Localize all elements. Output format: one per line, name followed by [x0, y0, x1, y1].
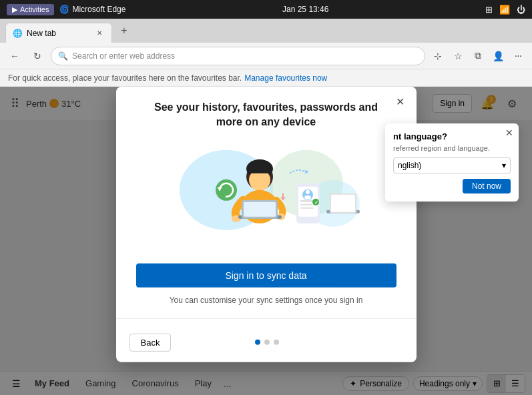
title-bar: ▶ Activities 🌀 Microsoft Edge Jan 25 13:… — [0, 0, 532, 19]
new-tab-button[interactable]: + — [115, 21, 134, 40]
svg-rect-5 — [331, 195, 355, 212]
back-button[interactable]: ← — [5, 47, 24, 65]
datetime-display: Jan 25 13:46 — [282, 5, 328, 14]
modal-subtext: You can customise your sync settings onc… — [136, 296, 396, 305]
manage-favourites-link[interactable]: Manage favourites now — [244, 73, 327, 83]
svg-rect-9 — [300, 204, 312, 206]
language-select[interactable]: nglish) ▾ — [393, 157, 511, 173]
dot-1 — [255, 340, 260, 345]
tab-close-button[interactable]: ✕ — [94, 28, 105, 39]
edge-app-label: 🌀 Microsoft Edge — [59, 5, 125, 14]
lang-popup-close-button[interactable]: ✕ — [505, 127, 513, 138]
svg-point-12 — [306, 190, 310, 194]
svg-text:✓: ✓ — [314, 200, 318, 205]
profile-button[interactable]: 👤 — [489, 47, 507, 65]
favourites-bar: For quick access, place your favourites … — [0, 69, 532, 87]
dot-2 — [264, 340, 270, 345]
svg-rect-10 — [300, 208, 314, 209]
modal-illustration: ✓ — [116, 130, 417, 264]
lang-popup-title: nt language? — [393, 131, 511, 141]
sign-in-sync-button[interactable]: Sign in to sync data — [136, 264, 396, 288]
back-button[interactable]: Back — [129, 334, 172, 352]
search-icon: 🔍 — [58, 51, 68, 61]
svg-point-13 — [304, 195, 311, 200]
edge-icon: 🌀 — [59, 5, 69, 14]
nav-bar: ← ↻ 🔍 Search or enter web address ⊹ ☆ ⧉ … — [0, 43, 532, 69]
language-popup: ✕ nt language? referred region and langu… — [385, 123, 519, 202]
refresh-button[interactable]: ↻ — [28, 47, 47, 65]
tab-favicon: 🌐 — [13, 29, 23, 38]
favourites-bar-text: For quick access, place your favourites … — [8, 73, 242, 83]
dot-3 — [274, 340, 279, 345]
power-icon[interactable]: ⏻ — [517, 5, 525, 15]
more-button[interactable]: ··· — [509, 47, 527, 65]
tab-label: New tab — [27, 29, 56, 38]
sync-modal: ✕ See your history, favourites, password… — [116, 87, 417, 362]
modal-title: See your history, favourites, passwords … — [116, 87, 417, 130]
grid-icon[interactable]: ⊞ — [485, 5, 493, 15]
star-button[interactable]: ☆ — [449, 47, 467, 65]
address-bar[interactable]: 🔍 Search or enter web address — [51, 47, 425, 65]
modal-close-button[interactable]: ✕ — [392, 93, 409, 109]
lang-chevron-icon: ▾ — [502, 161, 506, 170]
fav-icon-btn[interactable]: ⊹ — [429, 47, 447, 65]
active-tab[interactable]: 🌐 New tab ✕ — [5, 23, 112, 43]
modal-footer: Back — [116, 327, 417, 362]
signal-icon: 📶 — [499, 5, 510, 15]
lang-not-now-button[interactable]: Not now — [463, 179, 511, 193]
activities-button[interactable]: ▶ Activities — [7, 4, 54, 15]
tab-bar: 🌐 New tab ✕ + — [0, 19, 532, 43]
page-indicator — [255, 340, 279, 345]
activities-icon: ▶ — [12, 5, 17, 14]
svg-rect-24 — [244, 202, 276, 217]
modal-divider — [116, 318, 417, 319]
modal-body: Sign in to sync data You can customise y… — [116, 264, 417, 318]
tabs-button[interactable]: ⧉ — [469, 47, 487, 65]
page-content: ⠿ Perth 31°C Sign in 🔔 2 — [0, 87, 532, 395]
lang-popup-subtitle: referred region and language. — [393, 144, 511, 152]
activities-label: Activities — [20, 5, 49, 13]
